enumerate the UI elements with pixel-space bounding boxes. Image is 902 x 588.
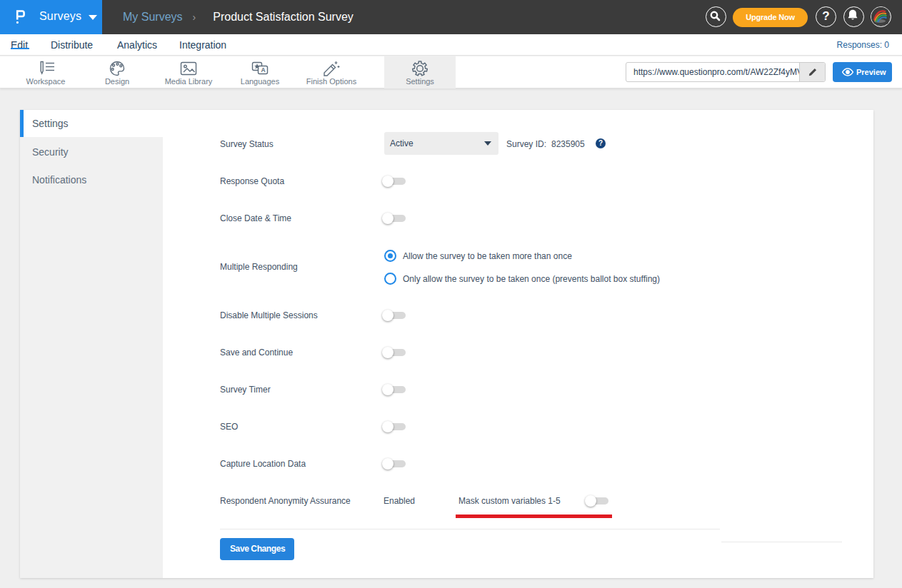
svg-text:A: A (261, 66, 266, 74)
